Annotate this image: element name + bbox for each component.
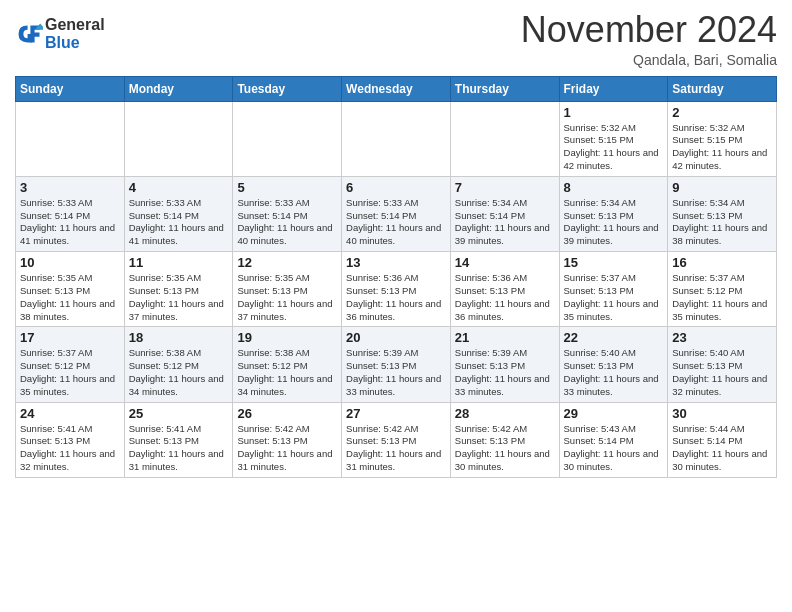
day-number: 14 [455,255,555,270]
day-info: Sunrise: 5:42 AM Sunset: 5:13 PM Dayligh… [237,423,337,474]
day-number: 24 [20,406,120,421]
day-number: 10 [20,255,120,270]
calendar-cell: 13Sunrise: 5:36 AM Sunset: 5:13 PM Dayli… [342,252,451,327]
day-number: 3 [20,180,120,195]
title-section: November 2024 Qandala, Bari, Somalia [521,10,777,68]
day-number: 12 [237,255,337,270]
day-info: Sunrise: 5:32 AM Sunset: 5:15 PM Dayligh… [564,122,664,173]
weekday-header-monday: Monday [124,76,233,101]
calendar-cell: 25Sunrise: 5:41 AM Sunset: 5:13 PM Dayli… [124,402,233,477]
calendar-cell: 15Sunrise: 5:37 AM Sunset: 5:13 PM Dayli… [559,252,668,327]
day-info: Sunrise: 5:39 AM Sunset: 5:13 PM Dayligh… [346,347,446,398]
day-number: 21 [455,330,555,345]
calendar-cell: 16Sunrise: 5:37 AM Sunset: 5:12 PM Dayli… [668,252,777,327]
day-info: Sunrise: 5:37 AM Sunset: 5:12 PM Dayligh… [20,347,120,398]
calendar-cell: 22Sunrise: 5:40 AM Sunset: 5:13 PM Dayli… [559,327,668,402]
day-info: Sunrise: 5:33 AM Sunset: 5:14 PM Dayligh… [129,197,229,248]
day-info: Sunrise: 5:33 AM Sunset: 5:14 PM Dayligh… [237,197,337,248]
day-info: Sunrise: 5:33 AM Sunset: 5:14 PM Dayligh… [346,197,446,248]
calendar-cell: 17Sunrise: 5:37 AM Sunset: 5:12 PM Dayli… [16,327,125,402]
logo-text: General Blue [45,16,105,51]
header: General Blue November 2024 Qandala, Bari… [15,10,777,68]
calendar-cell: 29Sunrise: 5:43 AM Sunset: 5:14 PM Dayli… [559,402,668,477]
calendar-cell: 14Sunrise: 5:36 AM Sunset: 5:13 PM Dayli… [450,252,559,327]
calendar-cell: 8Sunrise: 5:34 AM Sunset: 5:13 PM Daylig… [559,176,668,251]
day-number: 5 [237,180,337,195]
day-info: Sunrise: 5:39 AM Sunset: 5:13 PM Dayligh… [455,347,555,398]
day-info: Sunrise: 5:38 AM Sunset: 5:12 PM Dayligh… [129,347,229,398]
day-info: Sunrise: 5:41 AM Sunset: 5:13 PM Dayligh… [129,423,229,474]
calendar-cell [16,101,125,176]
calendar-cell: 12Sunrise: 5:35 AM Sunset: 5:13 PM Dayli… [233,252,342,327]
day-info: Sunrise: 5:42 AM Sunset: 5:13 PM Dayligh… [346,423,446,474]
day-info: Sunrise: 5:35 AM Sunset: 5:13 PM Dayligh… [20,272,120,323]
day-number: 20 [346,330,446,345]
day-info: Sunrise: 5:42 AM Sunset: 5:13 PM Dayligh… [455,423,555,474]
calendar-cell: 20Sunrise: 5:39 AM Sunset: 5:13 PM Dayli… [342,327,451,402]
day-number: 16 [672,255,772,270]
calendar-cell: 1Sunrise: 5:32 AM Sunset: 5:15 PM Daylig… [559,101,668,176]
logo-icon [15,20,43,48]
calendar-cell: 28Sunrise: 5:42 AM Sunset: 5:13 PM Dayli… [450,402,559,477]
weekday-header-thursday: Thursday [450,76,559,101]
month-title: November 2024 [521,10,777,50]
calendar-cell: 23Sunrise: 5:40 AM Sunset: 5:13 PM Dayli… [668,327,777,402]
calendar-cell: 18Sunrise: 5:38 AM Sunset: 5:12 PM Dayli… [124,327,233,402]
calendar-row-4: 24Sunrise: 5:41 AM Sunset: 5:13 PM Dayli… [16,402,777,477]
day-number: 18 [129,330,229,345]
calendar-page: General Blue November 2024 Qandala, Bari… [0,0,792,612]
day-number: 4 [129,180,229,195]
day-number: 1 [564,105,664,120]
day-info: Sunrise: 5:35 AM Sunset: 5:13 PM Dayligh… [129,272,229,323]
day-number: 25 [129,406,229,421]
day-info: Sunrise: 5:33 AM Sunset: 5:14 PM Dayligh… [20,197,120,248]
weekday-header-sunday: Sunday [16,76,125,101]
logo: General Blue [15,16,105,51]
calendar-row-0: 1Sunrise: 5:32 AM Sunset: 5:15 PM Daylig… [16,101,777,176]
logo-blue-text: Blue [45,34,105,52]
day-number: 7 [455,180,555,195]
calendar-cell: 11Sunrise: 5:35 AM Sunset: 5:13 PM Dayli… [124,252,233,327]
weekday-header-saturday: Saturday [668,76,777,101]
day-number: 22 [564,330,664,345]
day-number: 6 [346,180,446,195]
location: Qandala, Bari, Somalia [521,52,777,68]
calendar-cell [450,101,559,176]
day-number: 8 [564,180,664,195]
day-number: 23 [672,330,772,345]
day-number: 28 [455,406,555,421]
calendar-cell: 21Sunrise: 5:39 AM Sunset: 5:13 PM Dayli… [450,327,559,402]
day-info: Sunrise: 5:34 AM Sunset: 5:14 PM Dayligh… [455,197,555,248]
calendar-cell: 27Sunrise: 5:42 AM Sunset: 5:13 PM Dayli… [342,402,451,477]
day-info: Sunrise: 5:40 AM Sunset: 5:13 PM Dayligh… [564,347,664,398]
day-info: Sunrise: 5:37 AM Sunset: 5:12 PM Dayligh… [672,272,772,323]
weekday-header-friday: Friday [559,76,668,101]
day-info: Sunrise: 5:43 AM Sunset: 5:14 PM Dayligh… [564,423,664,474]
day-number: 29 [564,406,664,421]
day-number: 9 [672,180,772,195]
day-info: Sunrise: 5:36 AM Sunset: 5:13 PM Dayligh… [346,272,446,323]
day-info: Sunrise: 5:32 AM Sunset: 5:15 PM Dayligh… [672,122,772,173]
calendar-cell [233,101,342,176]
calendar-row-3: 17Sunrise: 5:37 AM Sunset: 5:12 PM Dayli… [16,327,777,402]
day-info: Sunrise: 5:44 AM Sunset: 5:14 PM Dayligh… [672,423,772,474]
day-number: 26 [237,406,337,421]
calendar-cell: 26Sunrise: 5:42 AM Sunset: 5:13 PM Dayli… [233,402,342,477]
calendar-cell: 4Sunrise: 5:33 AM Sunset: 5:14 PM Daylig… [124,176,233,251]
day-info: Sunrise: 5:38 AM Sunset: 5:12 PM Dayligh… [237,347,337,398]
logo-general-text: General [45,16,105,34]
day-number: 17 [20,330,120,345]
day-number: 19 [237,330,337,345]
day-info: Sunrise: 5:34 AM Sunset: 5:13 PM Dayligh… [564,197,664,248]
weekday-header-row: SundayMondayTuesdayWednesdayThursdayFrid… [16,76,777,101]
day-info: Sunrise: 5:35 AM Sunset: 5:13 PM Dayligh… [237,272,337,323]
day-info: Sunrise: 5:34 AM Sunset: 5:13 PM Dayligh… [672,197,772,248]
calendar-cell: 6Sunrise: 5:33 AM Sunset: 5:14 PM Daylig… [342,176,451,251]
calendar-cell [342,101,451,176]
calendar-table: SundayMondayTuesdayWednesdayThursdayFrid… [15,76,777,478]
calendar-cell: 10Sunrise: 5:35 AM Sunset: 5:13 PM Dayli… [16,252,125,327]
weekday-header-wednesday: Wednesday [342,76,451,101]
calendar-row-2: 10Sunrise: 5:35 AM Sunset: 5:13 PM Dayli… [16,252,777,327]
day-info: Sunrise: 5:40 AM Sunset: 5:13 PM Dayligh… [672,347,772,398]
day-number: 15 [564,255,664,270]
